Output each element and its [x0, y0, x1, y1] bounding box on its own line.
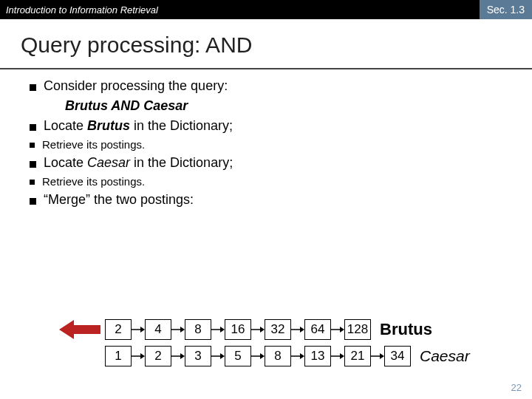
posting-node: 34 [384, 346, 411, 366]
arrow-right-icon [251, 325, 265, 334]
arrow-right-icon [171, 325, 185, 334]
arrow-right-icon [291, 352, 304, 361]
bullet-text: Consider processing the query: [44, 78, 228, 94]
posting-node: 13 [304, 346, 331, 366]
bullet-icon [30, 84, 36, 91]
posting-node: 128 [344, 319, 371, 340]
bullet-retrieve-2: Retrieve its postings. [30, 175, 511, 188]
bullet-text: “Merge” the two postings: [44, 192, 194, 208]
section-tag: Sec. 1.3 [480, 0, 532, 19]
arrow-right-icon [132, 325, 145, 334]
posting-node: 64 [304, 319, 331, 340]
header-bar: Introduction to Information Retrieval Se… [0, 0, 532, 19]
arrow-right-icon [331, 352, 344, 361]
posting-node: 32 [265, 319, 291, 340]
bullet-locate-brutus: Locate Brutus in the Dictionary; [30, 118, 511, 134]
arrow-right-icon [291, 325, 304, 334]
posting-node: 8 [185, 319, 211, 340]
posting-node: 2 [105, 319, 132, 340]
bullet-consider: Consider processing the query: [30, 78, 511, 94]
bullet-icon [30, 198, 36, 205]
bullet-icon [30, 161, 36, 168]
arrow-right-icon [211, 352, 225, 361]
bullet-text: Retrieve its postings. [42, 138, 145, 151]
posting-node: 8 [265, 346, 291, 366]
divider [0, 68, 532, 69]
postings-label-caesar: Caesar [420, 347, 470, 365]
bullet-icon [30, 180, 35, 185]
bullet-icon [30, 143, 35, 148]
slide-title: Query processing: AND [21, 33, 532, 58]
arrow-right-icon [211, 325, 225, 334]
arrow-right-icon [132, 352, 145, 361]
posting-node: 2 [145, 346, 171, 366]
bullet-text: Locate Caesar in the Dictionary; [44, 155, 233, 171]
bullet-text: Retrieve its postings. [42, 175, 145, 188]
query-text: Brutus AND Caesar [65, 98, 511, 114]
bullet-locate-caesar: Locate Caesar in the Dictionary; [30, 155, 511, 171]
postings-label-brutus: Brutus [380, 320, 432, 339]
posting-node: 16 [225, 319, 251, 340]
bullet-retrieve-1: Retrieve its postings. [30, 138, 511, 151]
page-number: 22 [511, 382, 522, 393]
postings-row-brutus: 248163264128 Brutus [59, 316, 517, 343]
bullet-merge: “Merge” the two postings: [30, 192, 511, 208]
posting-node: 3 [185, 346, 211, 366]
postings-row-caesar: 12358132134 Caesar [59, 343, 517, 369]
bullet-text: Locate Brutus in the Dictionary; [44, 118, 233, 134]
bullet-icon [30, 124, 36, 131]
posting-node: 5 [225, 346, 251, 366]
postings-diagram: 248163264128 Brutus 12358132134 Caesar [59, 316, 517, 369]
arrow-right-icon [331, 325, 344, 334]
posting-node: 1 [105, 346, 132, 366]
course-title: Introduction to Information Retrieval [6, 4, 158, 16]
arrow-right-icon [371, 352, 384, 361]
content: Consider processing the query: Brutus AN… [0, 78, 532, 208]
pointer-arrow-icon [59, 320, 100, 339]
posting-node: 21 [344, 346, 371, 366]
posting-node: 4 [145, 319, 171, 340]
arrow-right-icon [171, 352, 185, 361]
arrow-right-icon [251, 352, 265, 361]
